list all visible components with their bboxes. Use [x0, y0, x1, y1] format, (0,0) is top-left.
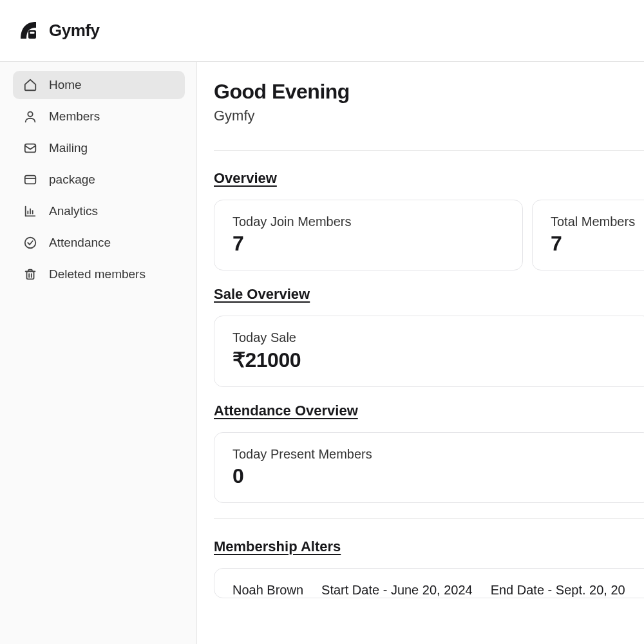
svg-rect-0	[28, 30, 36, 39]
overview-heading: Overview	[214, 170, 644, 187]
main-content: Good Evening Gymfy Overview Today Join M…	[197, 62, 644, 644]
trash-icon	[23, 267, 37, 281]
package-icon	[23, 173, 37, 187]
analytics-icon	[23, 204, 37, 218]
divider	[214, 150, 644, 151]
card-value: 7	[232, 232, 504, 256]
home-icon	[23, 78, 37, 92]
card-label: Today Sale	[232, 330, 633, 345]
card-today-present-members: Today Present Members 0	[214, 432, 644, 503]
card-value: 0	[232, 464, 633, 488]
sidebar-item-package[interactable]: package	[13, 166, 185, 194]
card-label: Today Present Members	[232, 447, 633, 462]
check-circle-icon	[23, 236, 37, 250]
svg-point-2	[28, 112, 32, 117]
sidebar-item-label: Analytics	[49, 204, 98, 218]
sidebar: Home Members Mailing package Analytics	[0, 62, 197, 644]
sidebar-item-label: package	[49, 173, 95, 187]
brand-block: Gymfy	[17, 19, 99, 43]
sidebar-item-attendance[interactable]: Attendance	[13, 229, 185, 257]
svg-rect-12	[27, 271, 34, 279]
sidebar-item-members[interactable]: Members	[13, 102, 185, 131]
card-today-sale: Today Sale ₹21000	[214, 316, 644, 387]
card-label: Total Members	[551, 214, 644, 229]
membership-alters-row: Noah Brown Start Date - June 20, 2024 En…	[214, 568, 644, 598]
svg-rect-3	[25, 144, 36, 153]
sidebar-item-mailing[interactable]: Mailing	[13, 134, 185, 162]
card-label: Today Join Members	[232, 214, 504, 229]
svg-point-11	[25, 238, 36, 249]
card-today-join-members: Today Join Members 7	[214, 200, 523, 270]
sidebar-item-home[interactable]: Home	[13, 71, 185, 99]
attendance-overview-heading: Attendance Overview	[214, 402, 644, 419]
divider	[214, 518, 644, 519]
page-greeting: Good Evening	[214, 80, 644, 104]
card-value: ₹21000	[232, 348, 633, 372]
sidebar-item-label: Members	[49, 109, 100, 124]
brand-name: Gymfy	[49, 21, 99, 41]
alters-start-date: Start Date - June 20, 2024	[321, 583, 473, 598]
mail-icon	[23, 141, 37, 155]
sidebar-item-label: Home	[49, 78, 82, 92]
membership-alters-heading: Membership Alters	[214, 538, 644, 555]
sidebar-item-analytics[interactable]: Analytics	[13, 197, 185, 225]
sale-cards: Today Sale ₹21000	[214, 316, 644, 387]
alters-end-date: End Date - Sept. 20, 20	[491, 583, 625, 598]
attendance-cards: Today Present Members 0	[214, 432, 644, 503]
svg-rect-1	[30, 32, 35, 33]
page-subtitle: Gymfy	[214, 108, 644, 124]
alters-member-name: Noah Brown	[232, 583, 303, 598]
card-value: 7	[551, 232, 644, 256]
sale-overview-heading: Sale Overview	[214, 286, 644, 303]
svg-rect-4	[25, 176, 36, 184]
sidebar-item-label: Deleted members	[49, 267, 146, 281]
brand-logo-icon	[17, 19, 40, 43]
card-total-members: Total Members 7	[532, 200, 644, 270]
sidebar-item-label: Mailing	[49, 141, 88, 155]
sidebar-item-label: Attendance	[49, 236, 111, 250]
sidebar-item-deleted-members[interactable]: Deleted members	[13, 260, 185, 289]
app-header: Gymfy	[0, 0, 644, 62]
overview-cards: Today Join Members 7 Total Members 7	[214, 200, 644, 270]
user-icon	[23, 109, 37, 124]
